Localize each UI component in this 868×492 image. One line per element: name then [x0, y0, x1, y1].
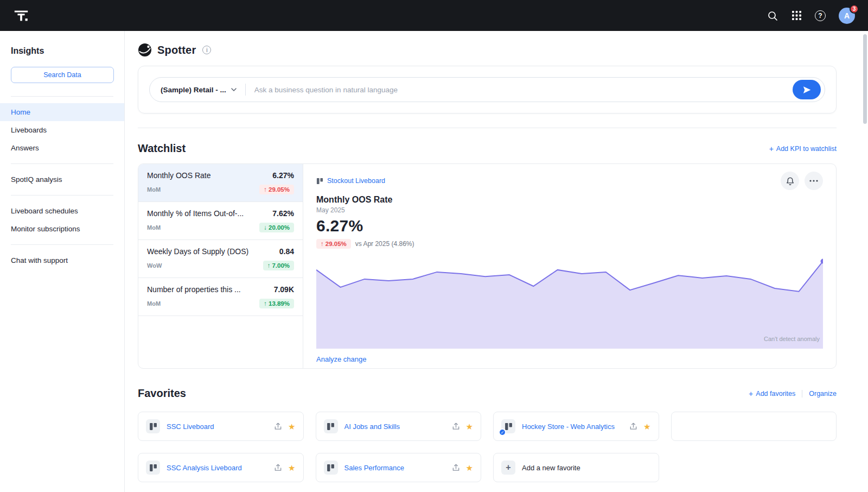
sidebar-item-liveboards[interactable]: Liveboards	[0, 121, 124, 139]
kpi-trend-chart[interactable]	[316, 256, 823, 349]
section-divider	[138, 128, 837, 128]
search-data-button[interactable]: Search Data	[11, 67, 114, 83]
send-icon	[802, 85, 812, 94]
share-button[interactable]	[452, 422, 460, 431]
send-button[interactable]	[793, 80, 821, 99]
favorite-name[interactable]: Hockey Store - Web Analytics	[522, 422, 623, 431]
favorites-grid-row-1: SSC Liveboard ★ AI Jobs and Skills	[138, 412, 837, 441]
app-body: Insights Search Data Home Liveboards Ans…	[0, 31, 868, 492]
thoughtspot-logo-icon	[13, 8, 29, 24]
chevron-down-icon	[231, 88, 237, 91]
favorite-card[interactable]: ✓ Hockey Store - Web Analytics ★	[493, 412, 659, 441]
unfavorite-button[interactable]: ★	[288, 464, 295, 472]
arrow-up-icon: ↑	[267, 262, 271, 269]
ask-bar-divider	[245, 84, 246, 96]
sidebar-item-liveboard-schedules[interactable]: Liveboard schedules	[0, 202, 124, 220]
kpi-period: MoM	[147, 186, 161, 193]
liveboard-tile	[146, 461, 160, 475]
analyze-change-link[interactable]: Analyze change	[316, 355, 823, 363]
scrollbar[interactable]	[863, 31, 868, 492]
spotter-ask-card: (Sample) Retail - ...	[138, 66, 837, 113]
sidebar-item-spotiq[interactable]: SpotIQ analysis	[0, 171, 124, 188]
kpi-list-item[interactable]: Number of properties this ... 7.09K MoM …	[138, 278, 303, 316]
favorite-card[interactable]: Sales Performance ★	[316, 453, 482, 482]
favorite-name[interactable]: AI Jobs and Skills	[344, 422, 445, 431]
ask-question-input[interactable]	[254, 86, 793, 94]
unfavorite-button[interactable]: ★	[466, 464, 473, 472]
sidebar-divider	[11, 163, 113, 164]
sidebar-divider	[11, 195, 113, 195]
unfavorite-button[interactable]: ★	[466, 422, 473, 431]
liveboard-icon	[327, 464, 335, 472]
unfavorite-button[interactable]: ★	[288, 422, 295, 431]
kpi-change-badge: ↑13.89%	[259, 299, 294, 308]
sidebar-item-answers[interactable]: Answers	[0, 139, 124, 157]
sidebar-item-home[interactable]: Home	[0, 103, 124, 121]
unfavorite-button[interactable]: ★	[643, 422, 650, 431]
share-button[interactable]	[274, 422, 282, 431]
arrow-up-icon: ↑	[321, 241, 324, 247]
liveboard-link[interactable]: Stockout Liveboard	[327, 177, 385, 185]
organize-button[interactable]: Organize	[809, 390, 837, 398]
scrollbar-thumb[interactable]	[863, 34, 867, 124]
more-options-button[interactable]	[805, 172, 823, 190]
favorite-name[interactable]: SSC Liveboard	[167, 422, 267, 431]
sidebar-item-monitor-subscriptions[interactable]: Monitor subscriptions	[0, 220, 124, 238]
add-kpi-button[interactable]: + Add KPI to watchlist	[769, 145, 837, 153]
kpi-list-item[interactable]: Weekly Days of Supply (DOS) 0.84 WoW ↑7.…	[138, 240, 303, 278]
favorite-card[interactable]: SSC Analysis Liveboard ★	[138, 453, 304, 482]
share-button[interactable]	[274, 464, 282, 472]
favorite-card[interactable]: AI Jobs and Skills ★	[316, 412, 482, 441]
kpi-monitor-button[interactable]	[781, 172, 799, 190]
apps-grid-icon	[792, 11, 801, 20]
favorites-grid-row-2: SSC Analysis Liveboard ★ Sales Performan…	[138, 453, 837, 482]
kpi-period: WoW	[147, 262, 162, 269]
add-favorites-button[interactable]: + Add favorites	[749, 390, 795, 398]
share-button[interactable]	[452, 464, 460, 472]
watchlist-actions: + Add KPI to watchlist	[769, 145, 837, 153]
share-icon	[274, 464, 282, 472]
anomaly-note: Can't detect anomaly	[764, 336, 820, 344]
favorites-header: Favorites + Add favorites Organize	[138, 387, 837, 400]
favorite-card-empty	[671, 412, 837, 441]
info-icon[interactable]: i	[202, 46, 211, 54]
add-new-favorite-card[interactable]: + Add a new favorite	[493, 453, 659, 482]
sidebar-divider	[11, 96, 113, 97]
topbar: ? A 3	[0, 0, 868, 31]
favorite-name[interactable]: SSC Analysis Liveboard	[167, 464, 267, 472]
kpi-list-item[interactable]: Monthly % of Items Out-of-... 7.62% MoM …	[138, 202, 303, 240]
add-favorites-label: Add favorites	[756, 390, 795, 398]
kpi-change-value: 20.00%	[269, 224, 290, 231]
sidebar-item-chat-support[interactable]: Chat with support	[0, 251, 124, 269]
kpi-detail-date: May 2025	[316, 206, 823, 214]
favorites-empty-cell	[671, 453, 837, 482]
favorite-card[interactable]: SSC Liveboard ★	[138, 412, 304, 441]
spotter-logo-icon	[138, 43, 152, 57]
kpi-period: MoM	[147, 300, 161, 307]
search-button[interactable]	[762, 5, 783, 27]
kpi-change-value: 7.00%	[272, 262, 290, 269]
sidebar: Insights Search Data Home Liveboards Ans…	[0, 31, 125, 492]
share-button[interactable]	[629, 422, 637, 431]
star-icon: ★	[643, 422, 650, 431]
user-menu[interactable]: A 3	[839, 8, 855, 24]
kpi-period: MoM	[147, 224, 161, 231]
star-icon: ★	[466, 422, 473, 431]
kpi-value: 0.84	[279, 247, 294, 256]
data-source-label: (Sample) Retail - ...	[161, 86, 226, 94]
thoughtspot-logo[interactable]	[13, 8, 29, 24]
help-button[interactable]: ?	[809, 5, 831, 27]
data-source-selector[interactable]: (Sample) Retail - ...	[161, 86, 237, 94]
add-kpi-label: Add KPI to watchlist	[776, 145, 837, 153]
favorite-name[interactable]: Sales Performance	[344, 464, 445, 472]
kpi-list: Monthly OOS Rate 6.27% MoM ↑29.05% Month…	[138, 164, 303, 368]
arrow-up-icon: ↑	[264, 300, 267, 307]
liveboard-tile: ✓	[501, 419, 515, 433]
kpi-detail-top: Stockout Liveboard	[316, 172, 823, 190]
kpi-list-item[interactable]: Monthly OOS Rate 6.27% MoM ↑29.05%	[138, 164, 303, 202]
add-new-favorite-label: Add a new favorite	[522, 464, 580, 472]
kpi-detail-change-value: 29.05%	[326, 241, 347, 247]
search-icon	[767, 10, 778, 21]
apps-switcher-button[interactable]	[786, 5, 807, 27]
kpi-name: Monthly % of Items Out-of-...	[147, 209, 244, 218]
